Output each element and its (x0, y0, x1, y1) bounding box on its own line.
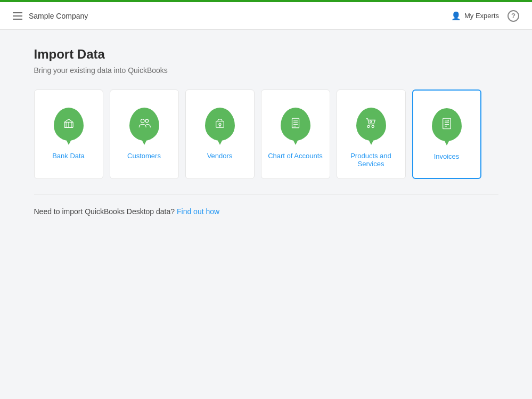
vendors-icon-wrapper (203, 103, 237, 145)
bank-data-balloon-icon (62, 116, 76, 132)
invoices-balloon-body (432, 108, 462, 141)
import-card-customers[interactable]: Customers (110, 89, 179, 179)
import-card-chart-of-accounts[interactable]: Chart of Accounts (261, 89, 330, 179)
invoices-balloon (432, 105, 462, 144)
header-left: Sample Company (13, 12, 88, 20)
bank-data-icon-wrapper (52, 103, 86, 145)
desktop-import-text: Need to import QuickBooks Desktop data? … (34, 207, 498, 216)
svg-point-16 (367, 125, 370, 127)
my-experts-label: My Experts (464, 12, 499, 20)
import-card-bank-data[interactable]: Bank Data (34, 89, 103, 179)
my-experts-button[interactable]: 👤 My Experts (451, 11, 499, 21)
customers-balloon-body (129, 108, 159, 141)
import-cards-container: Bank Data Customers Vendors Chart of Acc… (34, 89, 498, 179)
person-icon: 👤 (451, 11, 461, 21)
svg-point-6 (145, 119, 149, 123)
page-title: Import Data (34, 47, 498, 62)
chart-of-accounts-balloon (281, 105, 310, 143)
bank-data-balloon (54, 105, 84, 143)
vendors-balloon-body (205, 108, 235, 141)
svg-point-8 (218, 123, 220, 125)
customers-icon-wrapper (127, 103, 161, 145)
import-card-products-services[interactable]: Products and Services (337, 89, 406, 179)
find-out-how-link[interactable]: Find out how (177, 207, 219, 216)
main-content: Import Data Bring your existing data int… (21, 30, 511, 229)
vendors-label[interactable]: Vendors (207, 152, 233, 160)
hamburger-menu-icon[interactable] (13, 12, 22, 20)
svg-point-17 (370, 121, 371, 123)
help-icon[interactable]: ? (508, 10, 519, 22)
products-services-balloon (356, 105, 386, 143)
customers-label[interactable]: Customers (127, 152, 161, 160)
products-services-balloon-body (356, 108, 386, 141)
bank-data-label[interactable]: Bank Data (52, 152, 85, 160)
company-name: Sample Company (29, 12, 88, 20)
products-services-icon-wrapper (354, 103, 388, 145)
section-divider (34, 194, 498, 194)
customers-balloon (129, 105, 159, 143)
svg-point-15 (372, 125, 374, 127)
invoices-label[interactable]: Invoices (434, 152, 460, 160)
svg-rect-18 (443, 118, 451, 129)
products-services-label[interactable]: Products and Services (343, 152, 399, 168)
page-subtitle: Bring your existing data into QuickBooks (34, 66, 498, 75)
vendors-balloon-icon (213, 116, 227, 132)
desktop-import-prompt: Need to import QuickBooks Desktop data? (34, 207, 175, 216)
chart-of-accounts-balloon-icon (289, 116, 302, 132)
app-header: Sample Company 👤 My Experts ? (0, 2, 532, 30)
svg-point-5 (141, 119, 144, 123)
bank-data-balloon-body (54, 108, 84, 141)
invoices-balloon-icon (440, 117, 454, 133)
header-right: 👤 My Experts ? (451, 10, 519, 22)
invoices-icon-wrapper (430, 103, 464, 146)
import-card-vendors[interactable]: Vendors (185, 89, 255, 179)
chart-of-accounts-balloon-body (281, 108, 310, 141)
chart-of-accounts-label[interactable]: Chart of Accounts (268, 152, 323, 160)
chart-of-accounts-icon-wrapper (279, 103, 313, 145)
vendors-balloon (205, 105, 235, 143)
customers-balloon-icon (137, 116, 151, 132)
products-services-balloon-icon (364, 116, 378, 132)
import-card-invoices[interactable]: Invoices (412, 89, 481, 179)
